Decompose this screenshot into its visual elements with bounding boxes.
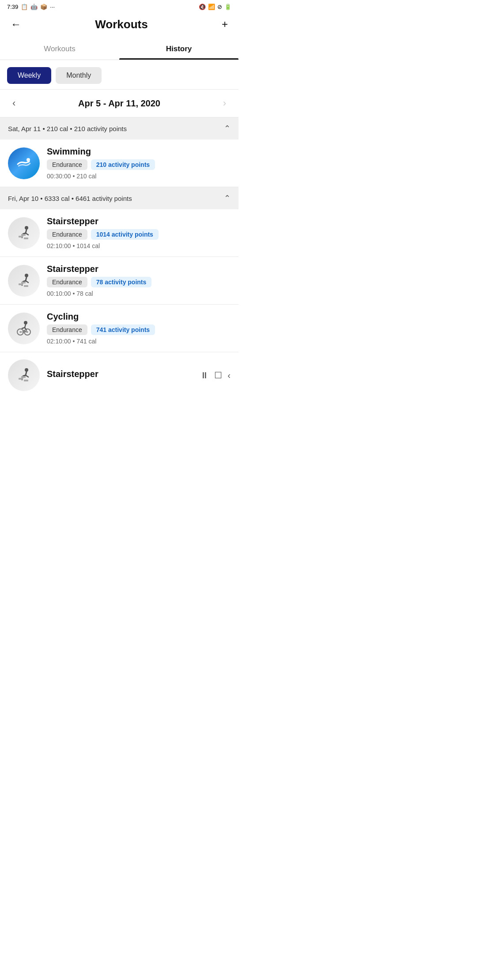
- dots-icon: ···: [50, 4, 55, 10]
- workout-tags-cycling: Endurance 741 activity points: [47, 324, 231, 335]
- tag-points-stairstepper-2: 78 activity points: [91, 277, 152, 287]
- workout-info-swimming: Swimming Endurance 210 activity points 0…: [47, 147, 231, 180]
- workout-item-stairstepper-2[interactable]: Stairstepper Endurance 78 activity point…: [0, 257, 238, 305]
- app-bar: ← Workouts +: [0, 12, 238, 38]
- tag-endurance-stairstepper-2: Endurance: [47, 277, 87, 287]
- tag-endurance-stairstepper-1: Endurance: [47, 229, 87, 240]
- workout-tags-stairstepper-2: Endurance 78 activity points: [47, 277, 231, 287]
- next-date-button[interactable]: ›: [220, 96, 230, 111]
- workout-info-stairstepper-2: Stairstepper Endurance 78 activity point…: [47, 264, 231, 297]
- workout-stats-cycling: 02:10:00 • 741 cal: [47, 338, 231, 345]
- workout-name-stairstepper-2: Stairstepper: [47, 264, 231, 274]
- tag-endurance-cycling: Endurance: [47, 324, 87, 335]
- workout-name-partial: Stairstepper: [47, 369, 193, 379]
- day-header-fri[interactable]: Fri, Apr 10 • 6333 cal • 6461 activity p…: [0, 187, 238, 209]
- tag-endurance-swimming: Endurance: [47, 159, 87, 170]
- wifi-icon: 📶: [208, 4, 215, 10]
- day-section-fri-apr-10: Fri, Apr 10 • 6333 cal • 6461 activity p…: [0, 187, 238, 398]
- date-navigator: ‹ Apr 5 - Apr 11, 2020 ›: [0, 89, 238, 117]
- pause-icon[interactable]: ⏸: [200, 370, 209, 381]
- svg-rect-18: [24, 380, 28, 381]
- workout-tags-swimming: Endurance 210 activity points: [47, 159, 231, 170]
- workout-avatar-cycling: [8, 313, 40, 344]
- archive-icon: 📦: [40, 4, 47, 10]
- dnd-icon: ⊘: [217, 4, 222, 10]
- svg-rect-4: [21, 234, 26, 236]
- workout-info-partial: Stairstepper: [47, 369, 193, 382]
- workout-name-cycling: Cycling: [47, 312, 231, 322]
- svg-point-0: [14, 154, 34, 173]
- time-display: 7:39: [7, 4, 18, 10]
- tabs-container: Workouts History: [0, 38, 238, 60]
- svg-rect-16: [19, 378, 23, 380]
- status-bar: 7:39 📋 🤖 📦 ··· 🔇 📶 ⊘ 🔋: [0, 0, 238, 12]
- partial-controls: ⏸ ☐ ‹: [200, 370, 231, 381]
- page-title: Workouts: [95, 18, 148, 31]
- svg-rect-17: [21, 376, 26, 378]
- back-icon[interactable]: ‹: [227, 370, 231, 381]
- add-button[interactable]: +: [220, 16, 230, 32]
- day-header-sat[interactable]: Sat, Apr 11 • 210 cal • 210 activity poi…: [0, 117, 238, 139]
- workout-tags-stairstepper-1: Endurance 1014 activity points: [47, 229, 231, 240]
- check-icon[interactable]: ☐: [214, 370, 222, 381]
- tag-points-swimming: 210 activity points: [91, 159, 155, 170]
- svg-rect-9: [24, 285, 28, 287]
- workout-stats-stairstepper-2: 00:10:00 • 78 cal: [47, 290, 231, 297]
- workout-name-swimming: Swimming: [47, 147, 231, 157]
- workout-stats-stairstepper-1: 02:10:00 • 1014 cal: [47, 242, 231, 249]
- tag-points-stairstepper-1: 1014 activity points: [91, 229, 159, 240]
- prev-date-button[interactable]: ‹: [9, 96, 19, 111]
- svg-rect-7: [19, 283, 23, 285]
- workout-name-stairstepper-1: Stairstepper: [47, 216, 231, 226]
- weekly-button[interactable]: Weekly: [7, 67, 51, 84]
- workout-avatar-partial: [8, 359, 40, 391]
- date-range-label: Apr 5 - Apr 11, 2020: [78, 98, 160, 109]
- battery-icon: 🔋: [224, 4, 231, 10]
- svg-rect-5: [24, 237, 28, 239]
- tab-workouts[interactable]: Workouts: [0, 38, 119, 60]
- svg-rect-3: [19, 236, 23, 237]
- mute-icon: 🔇: [199, 4, 206, 10]
- workout-avatar-stairstepper-2: [8, 265, 40, 297]
- workout-avatar-swimming: [8, 147, 40, 179]
- clipboard-icon: 📋: [21, 4, 28, 10]
- workout-item-swimming[interactable]: Swimming Endurance 210 activity points 0…: [0, 139, 238, 187]
- back-button[interactable]: ←: [9, 16, 23, 32]
- monthly-button[interactable]: Monthly: [56, 67, 102, 84]
- android-icon: 🤖: [30, 4, 38, 10]
- day-section-sat-apr-11: Sat, Apr 11 • 210 cal • 210 activity poi…: [0, 117, 238, 187]
- tag-points-cycling: 741 activity points: [91, 324, 155, 335]
- chevron-up-icon-sat: ⌃: [224, 124, 231, 133]
- day-header-text-sat: Sat, Apr 11 • 210 cal • 210 activity poi…: [8, 125, 127, 132]
- workout-info-stairstepper-1: Stairstepper Endurance 1014 activity poi…: [47, 216, 231, 249]
- day-header-text-fri: Fri, Apr 10 • 6333 cal • 6461 activity p…: [8, 195, 132, 202]
- tab-history[interactable]: History: [119, 38, 238, 60]
- workout-avatar-stairstepper-1: [8, 217, 40, 249]
- workout-item-stairstepper-1[interactable]: Stairstepper Endurance 1014 activity poi…: [0, 209, 238, 257]
- view-selector: Weekly Monthly: [0, 60, 238, 89]
- workout-info-cycling: Cycling Endurance 741 activity points 02…: [47, 312, 231, 345]
- workout-item-partial[interactable]: Stairstepper ⏸ ☐ ‹: [0, 352, 238, 398]
- workout-item-cycling[interactable]: Cycling Endurance 741 activity points 02…: [0, 305, 238, 352]
- workout-stats-swimming: 00:30:00 • 210 cal: [47, 173, 231, 180]
- chevron-up-icon-fri: ⌃: [224, 193, 231, 203]
- svg-rect-8: [21, 282, 26, 283]
